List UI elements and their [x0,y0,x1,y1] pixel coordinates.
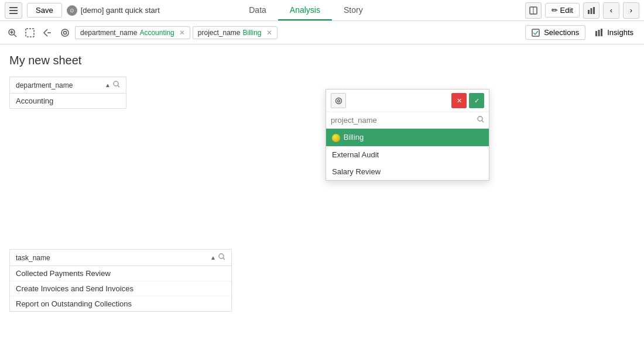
task-table: task_name ▲ Collected Payments Review Cr… [9,249,232,312]
app-icon: ⊙ [67,5,77,16]
dropdown-item-salary-review[interactable]: Salary Review [326,163,489,180]
svg-rect-12 [26,29,34,37]
task-header-label: task_name [16,254,50,262]
dropdown-search-input[interactable] [331,116,475,125]
chip-value-project: Billing [243,29,262,37]
pencil-icon: ✏ [551,6,558,15]
zoom-in-icon[interactable] [5,25,20,40]
svg-point-24 [335,98,341,104]
task-row[interactable]: Collected Payments Review [10,266,231,281]
search-icon-task[interactable] [218,253,225,262]
task-row[interactable]: Report on Outstanding Collections [10,297,231,311]
selections-button[interactable]: Selections [525,25,585,40]
hamburger-button[interactable] [5,2,22,19]
sheet-area: My new sheet department_name ▲ Accountin… [0,44,644,118]
search-icon-department[interactable] [113,81,120,89]
svg-point-14 [61,29,68,36]
task-row[interactable]: Create Invoices and Send Invoices [10,281,231,297]
chip-label-department: department_name [80,29,137,37]
svg-point-25 [478,116,482,121]
filter-icons [5,25,73,40]
top-bar-left: Save ⊙ [demo] gantt quick start [5,2,160,19]
select-icon[interactable] [22,25,37,40]
svg-point-21 [219,254,224,258]
task-header-controls: ▲ [210,253,225,262]
filter-chip-project[interactable]: project_name Billing ✕ [193,26,278,39]
chart-button[interactable] [583,2,600,19]
forward-button[interactable]: › [623,2,639,19]
tab-story[interactable]: Story [332,1,375,20]
top-bar-right: ✏ Edit ‹ › [525,2,639,19]
dropdown-top-icons [331,93,346,108]
svg-line-9 [14,35,16,37]
svg-line-22 [223,258,225,260]
svg-line-20 [118,85,119,87]
task-table-header: task_name ▲ [10,250,231,266]
svg-rect-17 [598,30,600,36]
svg-line-26 [482,120,484,122]
svg-rect-15 [532,29,539,36]
task-table-wrapper: task_name ▲ Collected Payments Review Cr… [9,249,232,312]
svg-rect-0 [9,7,18,8]
dropdown-popup: ✕ ✓ Billing External Audit Salary Review [326,89,489,181]
dropdown-list: Billing External Audit Salary Review [326,129,489,180]
tab-data[interactable]: Data [237,1,278,20]
view-mode-button[interactable] [525,2,542,19]
cursor-indicator [332,134,340,142]
dropdown-cancel-button[interactable]: ✕ [451,93,467,108]
nav-tabs: Data Analysis Story [237,1,374,20]
settings-icon[interactable] [57,25,73,40]
edit-label: Edit [560,6,573,15]
sheet-title: My new sheet [9,54,635,67]
dropdown-confirm-button[interactable]: ✓ [469,93,484,108]
insights-button[interactable]: Insights [589,26,639,39]
filter-bar: department_name Accounting ✕ project_nam… [0,21,644,44]
svg-rect-6 [590,8,592,14]
dropdown-action-buttons: ✕ ✓ [451,93,484,108]
chip-value-department: Accounting [139,29,174,37]
back-button[interactable]: ‹ [603,2,619,19]
svg-rect-16 [595,31,597,36]
department-row[interactable]: Accounting [10,94,126,108]
department-table: department_name ▲ Accounting [9,77,126,109]
task-sort-icon[interactable]: ▲ [210,254,216,261]
insights-label: Insights [607,28,633,37]
svg-point-23 [337,99,340,102]
tab-analysis[interactable]: Analysis [278,1,332,20]
save-button[interactable]: Save [27,3,62,18]
dropdown-item-billing[interactable]: Billing [326,129,489,146]
selections-label: Selections [544,28,579,37]
edit-button[interactable]: ✏ Edit [545,3,580,18]
filter-bar-right: Selections Insights [525,25,639,40]
filter-chip-department[interactable]: department_name Accounting ✕ [75,26,190,39]
department-header-label: department_name [16,81,73,89]
app-title-text: [demo] gantt quick start [81,6,160,15]
svg-rect-1 [9,10,18,11]
sort-icon[interactable]: ▲ [105,82,111,88]
chip-close-project[interactable]: ✕ [266,29,272,37]
svg-point-13 [64,31,67,34]
dropdown-settings-button[interactable] [331,93,346,108]
svg-rect-2 [9,13,18,14]
dropdown-item-label: External Audit [332,150,379,159]
dropdown-item-external-audit[interactable]: External Audit [326,146,489,163]
dropdown-top: ✕ ✓ [326,89,489,112]
dropdown-item-label: Salary Review [332,167,381,176]
dropdown-search [326,112,489,129]
svg-rect-5 [588,10,590,14]
chip-close-department[interactable]: ✕ [179,29,185,37]
back-selection-icon[interactable] [40,25,55,40]
dropdown-search-icon [477,116,484,125]
top-bar: Save ⊙ [demo] gantt quick start Data Ana… [0,0,644,21]
chip-label-project: project_name [198,29,241,37]
app-title: ⊙ [demo] gantt quick start [67,5,160,16]
svg-rect-7 [593,7,595,14]
svg-rect-18 [601,29,602,36]
department-table-header: department_name ▲ [10,77,126,94]
svg-point-19 [114,81,118,86]
department-header-controls: ▲ [105,81,120,89]
dropdown-item-label: Billing [344,133,364,142]
